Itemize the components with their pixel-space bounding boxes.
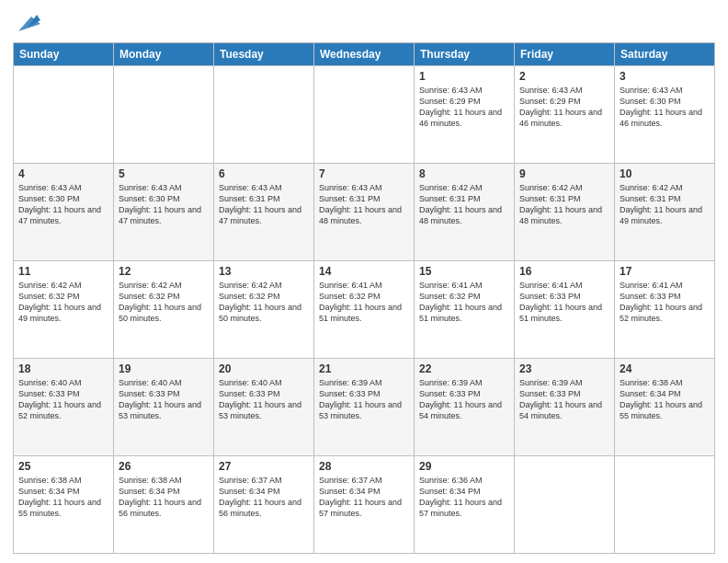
day-number: 24 [620,362,710,375]
day-info: Sunrise: 6:43 AM Sunset: 6:29 PM Dayligh… [519,85,609,130]
day-number: 21 [319,362,409,375]
day-info: Sunrise: 6:40 AM Sunset: 6:33 PM Dayligh… [219,377,309,422]
day-number: 27 [219,460,309,473]
col-header-friday: Friday [515,43,615,66]
day-cell: 8Sunrise: 6:42 AM Sunset: 6:31 PM Daylig… [415,164,515,261]
day-number: 1 [419,70,509,83]
day-number: 7 [319,167,409,180]
day-number: 14 [319,265,409,278]
day-cell [14,66,114,164]
day-info: Sunrise: 6:41 AM Sunset: 6:33 PM Dayligh… [519,280,609,325]
day-cell: 29Sunrise: 6:36 AM Sunset: 6:34 PM Dayli… [415,456,515,554]
day-cell: 27Sunrise: 6:37 AM Sunset: 6:34 PM Dayli… [214,456,314,554]
day-info: Sunrise: 6:38 AM Sunset: 6:34 PM Dayligh… [18,475,108,520]
day-info: Sunrise: 6:42 AM Sunset: 6:31 PM Dayligh… [620,182,710,227]
week-row-2: 4Sunrise: 6:43 AM Sunset: 6:30 PM Daylig… [14,164,715,261]
day-cell [114,66,214,164]
col-header-saturday: Saturday [615,43,715,66]
day-info: Sunrise: 6:42 AM Sunset: 6:32 PM Dayligh… [119,280,209,325]
day-info: Sunrise: 6:42 AM Sunset: 6:32 PM Dayligh… [18,280,108,325]
day-number: 10 [620,167,710,180]
day-cell: 25Sunrise: 6:38 AM Sunset: 6:34 PM Dayli… [14,456,114,554]
day-cell: 6Sunrise: 6:43 AM Sunset: 6:31 PM Daylig… [214,164,314,261]
day-number: 8 [419,167,509,180]
day-info: Sunrise: 6:43 AM Sunset: 6:29 PM Dayligh… [419,85,509,130]
day-cell: 15Sunrise: 6:41 AM Sunset: 6:32 PM Dayli… [415,261,515,359]
day-info: Sunrise: 6:40 AM Sunset: 6:33 PM Dayligh… [18,377,108,422]
day-number: 29 [419,460,509,473]
day-cell: 17Sunrise: 6:41 AM Sunset: 6:33 PM Dayli… [615,261,715,359]
day-info: Sunrise: 6:40 AM Sunset: 6:33 PM Dayligh… [119,377,209,422]
day-info: Sunrise: 6:41 AM Sunset: 6:33 PM Dayligh… [620,280,710,325]
day-cell: 3Sunrise: 6:43 AM Sunset: 6:30 PM Daylig… [615,66,715,164]
day-cell: 4Sunrise: 6:43 AM Sunset: 6:30 PM Daylig… [14,164,114,261]
day-cell: 16Sunrise: 6:41 AM Sunset: 6:33 PM Dayli… [515,261,615,359]
day-number: 2 [519,70,609,83]
day-info: Sunrise: 6:43 AM Sunset: 6:30 PM Dayligh… [119,182,209,227]
day-cell: 18Sunrise: 6:40 AM Sunset: 6:33 PM Dayli… [14,359,114,456]
week-row-3: 11Sunrise: 6:42 AM Sunset: 6:32 PM Dayli… [14,261,715,359]
week-row-5: 25Sunrise: 6:38 AM Sunset: 6:34 PM Dayli… [14,456,715,554]
day-info: Sunrise: 6:37 AM Sunset: 6:34 PM Dayligh… [219,475,309,520]
day-cell: 22Sunrise: 6:39 AM Sunset: 6:33 PM Dayli… [415,359,515,456]
day-cell: 1Sunrise: 6:43 AM Sunset: 6:29 PM Daylig… [415,66,515,164]
day-number: 20 [219,362,309,375]
day-number: 11 [18,265,108,278]
day-number: 19 [119,362,209,375]
day-info: Sunrise: 6:39 AM Sunset: 6:33 PM Dayligh… [519,377,609,422]
day-cell: 14Sunrise: 6:41 AM Sunset: 6:32 PM Dayli… [314,261,415,359]
day-cell [314,66,415,164]
day-number: 3 [620,70,710,83]
col-header-thursday: Thursday [415,43,515,66]
day-info: Sunrise: 6:41 AM Sunset: 6:32 PM Dayligh… [319,280,409,325]
day-cell: 11Sunrise: 6:42 AM Sunset: 6:32 PM Dayli… [14,261,114,359]
day-info: Sunrise: 6:37 AM Sunset: 6:34 PM Dayligh… [319,475,409,520]
logo-icon [15,9,40,35]
day-cell: 23Sunrise: 6:39 AM Sunset: 6:33 PM Dayli… [515,359,615,456]
day-number: 17 [620,265,710,278]
day-info: Sunrise: 6:39 AM Sunset: 6:33 PM Dayligh… [319,377,409,422]
day-number: 23 [519,362,609,375]
day-info: Sunrise: 6:36 AM Sunset: 6:34 PM Dayligh… [419,475,509,520]
week-row-4: 18Sunrise: 6:40 AM Sunset: 6:33 PM Dayli… [14,359,715,456]
day-cell: 28Sunrise: 6:37 AM Sunset: 6:34 PM Dayli… [314,456,415,554]
day-info: Sunrise: 6:43 AM Sunset: 6:31 PM Dayligh… [319,182,409,227]
day-cell [515,456,615,554]
week-row-1: 1Sunrise: 6:43 AM Sunset: 6:29 PM Daylig… [14,66,715,164]
day-number: 15 [419,265,509,278]
day-cell: 26Sunrise: 6:38 AM Sunset: 6:34 PM Dayli… [114,456,214,554]
col-header-monday: Monday [114,43,214,66]
day-info: Sunrise: 6:42 AM Sunset: 6:31 PM Dayligh… [519,182,609,227]
day-info: Sunrise: 6:38 AM Sunset: 6:34 PM Dayligh… [119,475,209,520]
day-cell: 5Sunrise: 6:43 AM Sunset: 6:30 PM Daylig… [114,164,214,261]
day-cell: 13Sunrise: 6:42 AM Sunset: 6:32 PM Dayli… [214,261,314,359]
day-number: 16 [519,265,609,278]
day-info: Sunrise: 6:42 AM Sunset: 6:32 PM Dayligh… [219,280,309,325]
day-info: Sunrise: 6:42 AM Sunset: 6:31 PM Dayligh… [419,182,509,227]
day-number: 22 [419,362,509,375]
day-cell: 12Sunrise: 6:42 AM Sunset: 6:32 PM Dayli… [114,261,214,359]
day-number: 9 [519,167,609,180]
calendar-table: SundayMondayTuesdayWednesdayThursdayFrid… [13,42,715,554]
day-cell: 20Sunrise: 6:40 AM Sunset: 6:33 PM Dayli… [214,359,314,456]
day-cell [615,456,715,554]
logo-text-block [13,9,40,35]
day-number: 4 [18,167,108,180]
day-info: Sunrise: 6:38 AM Sunset: 6:34 PM Dayligh… [620,377,710,422]
calendar-header-row: SundayMondayTuesdayWednesdayThursdayFrid… [14,43,715,66]
day-cell: 2Sunrise: 6:43 AM Sunset: 6:29 PM Daylig… [515,66,615,164]
day-number: 13 [219,265,309,278]
day-number: 18 [18,362,108,375]
day-number: 26 [119,460,209,473]
day-info: Sunrise: 6:43 AM Sunset: 6:30 PM Dayligh… [18,182,108,227]
logo [13,9,40,35]
day-number: 5 [119,167,209,180]
day-cell: 7Sunrise: 6:43 AM Sunset: 6:31 PM Daylig… [314,164,415,261]
day-cell: 24Sunrise: 6:38 AM Sunset: 6:34 PM Dayli… [615,359,715,456]
header [13,9,715,35]
col-header-tuesday: Tuesday [214,43,314,66]
page: SundayMondayTuesdayWednesdayThursdayFrid… [0,0,728,563]
day-info: Sunrise: 6:41 AM Sunset: 6:32 PM Dayligh… [419,280,509,325]
day-info: Sunrise: 6:43 AM Sunset: 6:30 PM Dayligh… [620,85,710,130]
col-header-sunday: Sunday [14,43,114,66]
